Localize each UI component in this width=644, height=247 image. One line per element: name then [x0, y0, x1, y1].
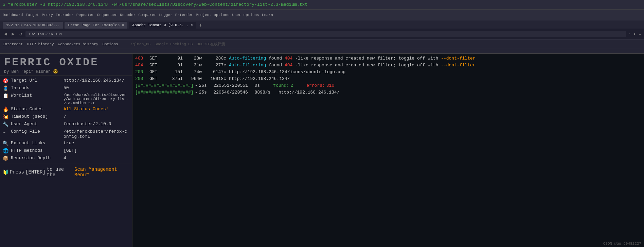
progress-speed-2: 8898/s [249, 89, 270, 96]
terminal-command: $ feroxbuster -u http://192.168.246.134/… [3, 2, 307, 7]
autofilter-label-2: Auto-filtering [229, 63, 266, 68]
url-2: Auto-filtering found 404 -like response … [229, 62, 641, 69]
chars-3: 6147c [204, 69, 229, 76]
nav-icons: ☆ ⬇ ≡ [628, 31, 641, 37]
enter-banner: 🔰 Press [ENTER] to use the Scan Manageme… [0, 164, 132, 180]
dont-filter-flag-1: --dont-filter [441, 56, 475, 61]
user-agent-icon: 🔧 [3, 121, 11, 127]
dont-filter-flag-2: --dont-filter [441, 63, 475, 68]
config-row-http-methods: 🌐 HTTP methods [GET] [0, 147, 132, 155]
config-value-recursion-depth: 4 [64, 155, 66, 161]
menu-comparer[interactable]: Comparer [138, 13, 156, 17]
logo-area: FERRIC OXIDE by Ben "epi" Risher 😎 ver: … [0, 54, 132, 76]
config-row-threads: 🧵 Threads 50 [0, 85, 132, 92]
tab-2[interactable]: Error Page For Examples × [65, 22, 127, 29]
timeout-icon: 💥 [3, 114, 11, 120]
menu-dashboard[interactable]: Dashboard [3, 13, 23, 17]
config-row-wordlist: 📋 Wordlist /usr/share/seclists/Discovery… [0, 92, 132, 106]
bookmark-google-hacking[interactable]: Google Hacking DB [155, 42, 193, 46]
config-label-status-codes: Status Codes [11, 106, 64, 112]
config-value-extract-links: true [64, 141, 74, 146]
bookmark-intercept[interactable]: Intercept [3, 42, 23, 46]
lines-1: 9l [166, 55, 185, 62]
menu-decoder[interactable]: Decoder [120, 13, 136, 17]
bookmarks-bar: Intercept HTTP history WebSockets histor… [0, 39, 644, 49]
tab-1[interactable]: 192.168.246.134:8080/... [3, 22, 63, 29]
config-value-timeout: 7 [64, 114, 66, 119]
browser-area: Dashboard Target Proxy Intruder Repeater… [0, 10, 644, 54]
menu-target[interactable]: Target [25, 13, 39, 17]
config-value-user-agent: feroxbuster/2.10.0 [64, 121, 111, 127]
config-value-wordlist: /usr/share/seclists/Discovery/Web-Conten… [64, 93, 129, 105]
watermark: CSDN @qq_60481227 [603, 242, 641, 246]
menu-user-options[interactable]: User options [232, 13, 259, 17]
enter-middle-text: to use the [47, 167, 73, 178]
bookmark-websockets[interactable]: WebSockets history [58, 42, 99, 46]
extract-links-icon: 🔍 [3, 141, 11, 146]
url-3: http://192.168.246.134/icons/ubuntu-logo… [229, 69, 641, 76]
config-value-target: http://192.168.246.134/ [64, 78, 124, 83]
status-200-4: 200 [135, 76, 149, 82]
chars-2: 277c [204, 62, 229, 69]
method-get-2: GET [149, 62, 166, 69]
found-text-1: found [269, 56, 285, 61]
chars-4: 10918c [204, 76, 229, 82]
menu-intruder[interactable]: Intruder [56, 13, 74, 17]
url-1: Auto-filtering found 404 -like response … [229, 55, 641, 62]
bookmark-sqlmap[interactable]: sqlmap_DB [130, 42, 150, 46]
config-value-threads: 50 [64, 85, 69, 90]
config-row-status-codes: 🔥 Status Codes All Status Codes! [0, 106, 132, 113]
menu-repeater[interactable]: Repeater [76, 13, 94, 17]
config-label-config-file: Config File [11, 129, 64, 134]
words-1: 28w [185, 55, 204, 62]
browser-tabs: 192.168.246.134:8080/... Error Page For … [0, 20, 644, 29]
menu-learn[interactable]: Learn [262, 13, 273, 17]
found-val-1: 2 [290, 82, 293, 89]
progress-time-1: 26s [199, 82, 207, 89]
enter-key-text: [ENTER] [25, 169, 46, 175]
tab-3[interactable]: Apache Tomcat 9 (9.0.5... × [129, 22, 196, 29]
new-tab-button[interactable]: + [198, 22, 204, 29]
menu-project-options[interactable]: Project options [196, 13, 230, 17]
config-label-wordlist: Wordlist [11, 93, 64, 98]
config-row-config-file: ✏️ Config File /etc/feroxbuster/ferox-co… [0, 128, 132, 140]
right-panel: 403 GET 9l 28w 280c Auto-filtering found… [132, 54, 644, 247]
found-text-2: found [269, 63, 285, 68]
config-label-timeout: Timeout (secs) [11, 114, 64, 119]
config-row-extract-links: 🔍 Extract Links true [0, 140, 132, 147]
enter-scan-management-text: Scan Management Menu™ [74, 167, 129, 178]
progress-spacer-2 [294, 82, 305, 89]
errors-val-1: 310 [326, 82, 334, 89]
progress-dash-1: - [195, 82, 198, 89]
bookmark-http-history[interactable]: HTTP history [27, 42, 54, 46]
lines-3: 15l [166, 69, 185, 76]
progress-count-1: 220551/220551 [208, 82, 248, 89]
bookmark-options[interactable]: Options [102, 42, 118, 46]
menu-sequencer[interactable]: Sequencer [97, 13, 117, 17]
autofilter-label-1: Auto-filtering [229, 56, 266, 61]
refresh-button[interactable]: ↺ [18, 30, 23, 37]
progress-speed-1: 0s [249, 82, 260, 89]
url-bar[interactable]: 192.168.246.134 [25, 31, 626, 37]
config-value-http-methods: [GET] [64, 148, 77, 153]
method-get-1: GET [149, 55, 166, 62]
menu-extender[interactable]: Extender [175, 13, 193, 17]
progress-spacer-1 [261, 82, 272, 89]
logo-text: FERRIC OXIDE [4, 56, 99, 68]
menu-logger[interactable]: Logger [159, 13, 173, 17]
method-get-4: GET [149, 76, 166, 82]
menu-proxy[interactable]: Proxy [42, 13, 53, 17]
progress-url-2: http://192.168.246.134/ [279, 89, 339, 96]
status-404-2: 404 [135, 62, 149, 69]
back-button[interactable]: ◀ [3, 30, 8, 37]
progress-line-1: [####################] - 26s 220551/2205… [135, 82, 641, 89]
bookmark-buuctf[interactable]: BUUCTF在线评测 [197, 42, 225, 47]
words-4: 964w [185, 76, 204, 82]
forward-button[interactable]: ▶ [10, 30, 16, 37]
config-label-recursion-depth: Recursion Depth [11, 155, 64, 161]
method-get-3: GET [149, 69, 166, 76]
config-row-recursion-depth: 📦 Recursion Depth 4 [0, 155, 132, 162]
config-value-status-codes: All Status Codes! [64, 106, 109, 112]
config-row-target: 🎯 Target Url http://192.168.246.134/ [0, 77, 132, 85]
config-label-http-methods: HTTP methods [11, 148, 64, 153]
